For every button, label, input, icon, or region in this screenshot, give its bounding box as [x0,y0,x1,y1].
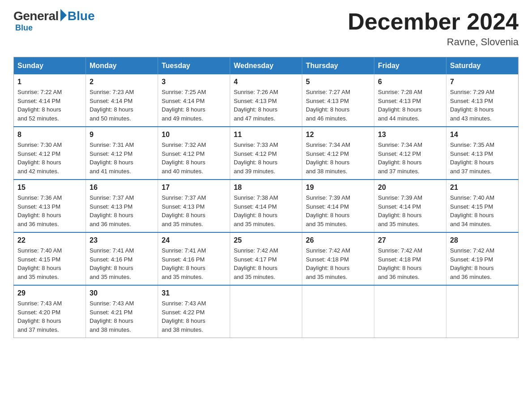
day-number: 7 [450,78,515,86]
day-info: Sunrise: 7:41 AM Sunset: 4:16 PM Dayligh… [90,246,154,281]
calendar-week-row: 15 Sunrise: 7:36 AM Sunset: 4:13 PM Dayl… [14,180,519,232]
calendar-day-cell: 30 Sunrise: 7:43 AM Sunset: 4:21 PM Dayl… [86,285,158,338]
calendar-day-cell: 14 Sunrise: 7:35 AM Sunset: 4:13 PM Dayl… [446,127,519,180]
day-number: 4 [234,78,298,86]
day-number: 14 [450,131,515,139]
header-sunday: Sunday [14,57,86,75]
calendar-day-cell: 1 Sunrise: 7:22 AM Sunset: 4:14 PM Dayli… [14,74,86,127]
weekday-header-row: Sunday Monday Tuesday Wednesday Thursday… [14,57,519,75]
calendar-day-cell: 17 Sunrise: 7:37 AM Sunset: 4:13 PM Dayl… [158,180,230,232]
calendar-day-cell [446,285,519,338]
day-info: Sunrise: 7:42 AM Sunset: 4:17 PM Dayligh… [234,246,298,281]
day-number: 16 [90,184,154,192]
calendar-day-cell: 4 Sunrise: 7:26 AM Sunset: 4:13 PM Dayli… [230,74,302,127]
day-number: 5 [306,78,370,86]
day-info: Sunrise: 7:31 AM Sunset: 4:12 PM Dayligh… [90,141,154,176]
day-number: 27 [378,236,442,244]
calendar-day-cell: 7 Sunrise: 7:29 AM Sunset: 4:13 PM Dayli… [446,74,519,127]
logo-blue-text: Blue [68,9,95,23]
day-number: 30 [90,289,154,297]
day-number: 18 [234,184,298,192]
calendar-week-row: 22 Sunrise: 7:40 AM Sunset: 4:15 PM Dayl… [14,232,519,285]
calendar-day-cell: 19 Sunrise: 7:39 AM Sunset: 4:14 PM Dayl… [302,180,374,232]
calendar-week-row: 1 Sunrise: 7:22 AM Sunset: 4:14 PM Dayli… [14,74,519,127]
header-friday: Friday [374,57,446,75]
day-info: Sunrise: 7:34 AM Sunset: 4:12 PM Dayligh… [306,141,370,176]
day-number: 25 [234,236,298,244]
day-number: 20 [378,184,442,192]
day-info: Sunrise: 7:40 AM Sunset: 4:15 PM Dayligh… [17,246,82,281]
day-info: Sunrise: 7:43 AM Sunset: 4:20 PM Dayligh… [17,299,82,334]
calendar-day-cell: 31 Sunrise: 7:43 AM Sunset: 4:22 PM Dayl… [158,285,230,338]
day-info: Sunrise: 7:23 AM Sunset: 4:14 PM Dayligh… [90,88,154,123]
day-info: Sunrise: 7:32 AM Sunset: 4:12 PM Dayligh… [162,141,226,176]
day-number: 24 [162,236,226,244]
calendar-day-cell: 10 Sunrise: 7:32 AM Sunset: 4:12 PM Dayl… [158,127,230,180]
day-number: 21 [450,184,515,192]
day-info: Sunrise: 7:27 AM Sunset: 4:13 PM Dayligh… [306,88,370,123]
day-number: 13 [378,131,442,139]
calendar-day-cell: 12 Sunrise: 7:34 AM Sunset: 4:12 PM Dayl… [302,127,374,180]
day-info: Sunrise: 7:42 AM Sunset: 4:18 PM Dayligh… [306,246,370,281]
day-info: Sunrise: 7:41 AM Sunset: 4:16 PM Dayligh… [162,246,226,281]
calendar-day-cell [230,285,302,338]
month-title: December 2024 [348,9,519,34]
day-number: 28 [450,236,515,244]
calendar-day-cell: 26 Sunrise: 7:42 AM Sunset: 4:18 PM Dayl… [302,232,374,285]
calendar-day-cell: 29 Sunrise: 7:43 AM Sunset: 4:20 PM Dayl… [14,285,86,338]
logo: General Blue Blue [13,9,94,33]
day-info: Sunrise: 7:30 AM Sunset: 4:12 PM Dayligh… [17,141,82,176]
calendar-day-cell: 9 Sunrise: 7:31 AM Sunset: 4:12 PM Dayli… [86,127,158,180]
day-info: Sunrise: 7:40 AM Sunset: 4:15 PM Dayligh… [450,193,515,228]
calendar-day-cell: 23 Sunrise: 7:41 AM Sunset: 4:16 PM Dayl… [86,232,158,285]
calendar-day-cell: 22 Sunrise: 7:40 AM Sunset: 4:15 PM Dayl… [14,232,86,285]
calendar-table: Sunday Monday Tuesday Wednesday Thursday… [13,57,519,338]
header-wednesday: Wednesday [230,57,302,75]
calendar-day-cell: 3 Sunrise: 7:25 AM Sunset: 4:14 PM Dayli… [158,74,230,127]
calendar-week-row: 29 Sunrise: 7:43 AM Sunset: 4:20 PM Dayl… [14,285,519,338]
logo-arrow-icon [60,9,67,21]
day-info: Sunrise: 7:33 AM Sunset: 4:12 PM Dayligh… [234,141,298,176]
day-info: Sunrise: 7:22 AM Sunset: 4:14 PM Dayligh… [17,88,82,123]
calendar-day-cell: 11 Sunrise: 7:33 AM Sunset: 4:12 PM Dayl… [230,127,302,180]
day-info: Sunrise: 7:42 AM Sunset: 4:18 PM Dayligh… [378,246,442,281]
day-number: 19 [306,184,370,192]
calendar-week-row: 8 Sunrise: 7:30 AM Sunset: 4:12 PM Dayli… [14,127,519,180]
day-number: 10 [162,131,226,139]
day-info: Sunrise: 7:25 AM Sunset: 4:14 PM Dayligh… [162,88,226,123]
day-number: 29 [17,289,82,297]
calendar-day-cell: 28 Sunrise: 7:42 AM Sunset: 4:19 PM Dayl… [446,232,519,285]
calendar-day-cell: 13 Sunrise: 7:34 AM Sunset: 4:12 PM Dayl… [374,127,446,180]
day-info: Sunrise: 7:43 AM Sunset: 4:22 PM Dayligh… [162,299,226,334]
logo-tagline: Blue [15,23,33,33]
day-number: 15 [17,184,82,192]
day-number: 9 [90,131,154,139]
calendar-day-cell: 21 Sunrise: 7:40 AM Sunset: 4:15 PM Dayl… [446,180,519,232]
page-header: General Blue Blue December 2024 Ravne, S… [13,9,519,48]
day-info: Sunrise: 7:28 AM Sunset: 4:13 PM Dayligh… [378,88,442,123]
calendar-day-cell: 5 Sunrise: 7:27 AM Sunset: 4:13 PM Dayli… [302,74,374,127]
day-number: 22 [17,236,82,244]
calendar-day-cell: 25 Sunrise: 7:42 AM Sunset: 4:17 PM Dayl… [230,232,302,285]
day-info: Sunrise: 7:39 AM Sunset: 4:14 PM Dayligh… [306,193,370,228]
day-number: 26 [306,236,370,244]
calendar-day-cell: 8 Sunrise: 7:30 AM Sunset: 4:12 PM Dayli… [14,127,86,180]
day-number: 2 [90,78,154,86]
day-info: Sunrise: 7:26 AM Sunset: 4:13 PM Dayligh… [234,88,298,123]
header-monday: Monday [86,57,158,75]
day-info: Sunrise: 7:37 AM Sunset: 4:13 PM Dayligh… [90,193,154,228]
calendar-day-cell: 2 Sunrise: 7:23 AM Sunset: 4:14 PM Dayli… [86,74,158,127]
day-number: 17 [162,184,226,192]
calendar-day-cell [374,285,446,338]
calendar-day-cell: 24 Sunrise: 7:41 AM Sunset: 4:16 PM Dayl… [158,232,230,285]
header-tuesday: Tuesday [158,57,230,75]
title-section: December 2024 Ravne, Slovenia [348,9,519,48]
header-saturday: Saturday [446,57,519,75]
day-number: 8 [17,131,82,139]
day-info: Sunrise: 7:34 AM Sunset: 4:12 PM Dayligh… [378,141,442,176]
day-info: Sunrise: 7:38 AM Sunset: 4:14 PM Dayligh… [234,193,298,228]
day-info: Sunrise: 7:29 AM Sunset: 4:13 PM Dayligh… [450,88,515,123]
calendar-day-cell: 20 Sunrise: 7:39 AM Sunset: 4:14 PM Dayl… [374,180,446,232]
calendar-day-cell [302,285,374,338]
day-info: Sunrise: 7:37 AM Sunset: 4:13 PM Dayligh… [162,193,226,228]
